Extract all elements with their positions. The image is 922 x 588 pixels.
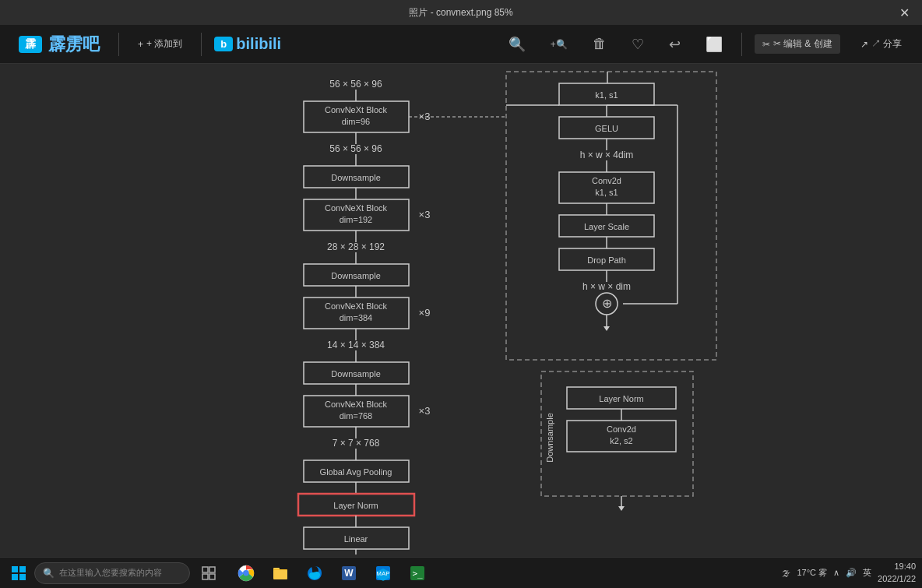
svg-text:7 × 7 × 768: 7 × 7 × 768 — [333, 438, 380, 449]
title-bar-text: 照片 - convnext.png 85% — [409, 6, 512, 19]
maps-app[interactable]: MAP — [368, 558, 399, 588]
svg-text:28 × 28 × 192: 28 × 28 × 192 — [327, 241, 385, 252]
svg-text:14 × 14 × 384: 14 × 14 × 384 — [327, 340, 385, 350]
taskbar: 🔍 在这里输入您要搜索的内容 — [0, 557, 922, 588]
language-text: 英 — [863, 567, 871, 579]
separator3 — [741, 33, 742, 56]
favorite-icon[interactable]: ♡ — [625, 33, 650, 56]
svg-text:W: W — [344, 568, 354, 579]
svg-text:dim=96: dim=96 — [342, 117, 370, 126]
svg-text:k2, s2: k2, s2 — [610, 436, 632, 445]
add-icon: + — [138, 39, 143, 50]
explorer-app[interactable] — [265, 558, 296, 588]
zoom-in-icon[interactable]: +🔍 — [544, 36, 574, 53]
svg-text:dim=192: dim=192 — [340, 215, 373, 224]
main-content: 56 × 56 × 96 ConvNeXt Block dim=96 ×3 56… — [0, 64, 922, 557]
svg-rect-89 — [12, 574, 18, 580]
terminal-app[interactable]: >_ — [402, 558, 433, 588]
svg-text:Downsample: Downsample — [331, 369, 381, 379]
share-icon: ↗ — [860, 39, 868, 50]
bili-logo-box: b — [214, 37, 233, 51]
svg-text:Downsample: Downsample — [331, 173, 381, 182]
svg-text:56 × 56 × 96: 56 × 56 × 96 — [329, 143, 382, 154]
start-button[interactable] — [6, 561, 31, 586]
svg-text:ConvNeXt Block: ConvNeXt Block — [325, 203, 388, 213]
rotate-icon[interactable]: ↩ — [663, 33, 687, 56]
zoom-out-icon[interactable]: 🔍 — [502, 33, 532, 56]
svg-rect-92 — [209, 567, 215, 572]
svg-rect-91 — [202, 567, 208, 572]
svg-rect-94 — [209, 574, 215, 579]
delete-icon[interactable]: 🗑 — [586, 33, 613, 55]
svg-text:k1, s1: k1, s1 — [595, 90, 618, 100]
bili-logo-text: bilibili — [236, 35, 281, 53]
dim-label-1: 56 × 56 × 96 — [329, 79, 382, 90]
speaker-icon: 🔊 — [846, 568, 857, 578]
svg-text:h × w × 4dim: h × w × 4dim — [580, 150, 634, 160]
toolbar: 霹 霹雳吧 + + 添加到 b bilibili 🔍 +🔍 🗑 ♡ ↩ ⬜ ✂ … — [0, 25, 922, 64]
svg-text:ConvNeXt Block: ConvNeXt Block — [325, 105, 388, 114]
layer-norm-left-label: Layer Norm — [333, 501, 378, 510]
svg-rect-101 — [273, 570, 287, 579]
svg-rect-93 — [202, 574, 208, 579]
task-view-button[interactable] — [193, 558, 224, 588]
svg-rect-90 — [19, 574, 26, 580]
date-text: 2022/1/22 — [878, 573, 916, 585]
word-app[interactable]: W — [333, 558, 364, 588]
svg-rect-0 — [0, 64, 922, 555]
svg-text:ConvNeXt Block: ConvNeXt Block — [325, 301, 388, 311]
search-placeholder-text: 在这里输入您要搜索的内容 — [59, 567, 162, 579]
search-icon: 🔍 — [43, 568, 55, 579]
svg-text:×9: ×9 — [419, 307, 431, 319]
linear-label: Linear — [344, 534, 368, 544]
layer-scale-label: Layer Scale — [584, 222, 629, 231]
clock: 19:40 2022/1/22 — [878, 561, 916, 585]
drop-path-label: Drop Path — [587, 255, 626, 265]
taskbar-search[interactable]: 🔍 在这里输入您要搜索的内容 — [34, 562, 190, 584]
add-button[interactable]: + + 添加到 — [132, 34, 188, 54]
svg-text:h × w × dim: h × w × dim — [582, 281, 631, 292]
scissors-icon: ✂ — [762, 39, 770, 50]
weather-icon: 🌫 — [782, 569, 790, 578]
svg-text:×3: ×3 — [419, 209, 431, 220]
svg-text:Downsample: Downsample — [545, 413, 554, 463]
svg-rect-87 — [12, 566, 18, 572]
app-name: 霹雳吧 — [48, 33, 100, 56]
svg-text:Downsample: Downsample — [331, 271, 381, 280]
svg-text:⊕: ⊕ — [602, 297, 612, 310]
svg-text:Global Avg Pooling: Global Avg Pooling — [320, 467, 392, 477]
svg-text:MAP: MAP — [376, 570, 389, 577]
svg-text:>_: >_ — [412, 569, 423, 579]
svg-text:ConvNeXt Block: ConvNeXt Block — [325, 400, 388, 409]
taskbar-apps: W MAP >_ — [230, 558, 433, 588]
svg-text:Conv2d: Conv2d — [592, 176, 621, 185]
crop-icon[interactable]: ⬜ — [699, 33, 729, 56]
svg-text:dim=384: dim=384 — [340, 313, 373, 322]
svg-text:GELU: GELU — [595, 124, 618, 133]
svg-rect-88 — [19, 566, 26, 572]
time-text: 19:40 — [878, 561, 916, 572]
share-button[interactable]: ↗ ↗ 分享 — [853, 34, 910, 54]
edge-app[interactable] — [299, 558, 330, 588]
system-tray: 🌫 17°C 雾 ∧ 🔊 英 19:40 2022/1/22 — [782, 561, 916, 585]
svg-text:dim=768: dim=768 — [340, 411, 373, 421]
network-icon: ∧ — [833, 568, 839, 578]
diagram-svg: 56 × 56 × 96 ConvNeXt Block dim=96 ×3 56… — [0, 64, 922, 555]
app-header: 霹 霹雳吧 — [12, 30, 106, 59]
app-logo: 霹 — [19, 36, 42, 53]
layer-norm-right-label: Layer Norm — [599, 394, 643, 403]
bili-area: b bilibili — [214, 35, 281, 53]
weather-text: 17°C 雾 — [797, 567, 827, 579]
svg-text:Conv2d: Conv2d — [607, 424, 636, 434]
chrome-app[interactable] — [230, 558, 262, 588]
svg-text:×3: ×3 — [419, 405, 431, 417]
title-bar: 照片 - convnext.png 85% ✕ — [0, 0, 922, 25]
edit-button[interactable]: ✂ ✂ 编辑 & 创建 — [755, 34, 840, 54]
separator2 — [201, 33, 202, 56]
close-button[interactable]: ✕ — [886, 0, 922, 25]
svg-point-97 — [244, 570, 249, 576]
svg-text:k1, s1: k1, s1 — [595, 188, 618, 197]
separator — [118, 33, 119, 56]
